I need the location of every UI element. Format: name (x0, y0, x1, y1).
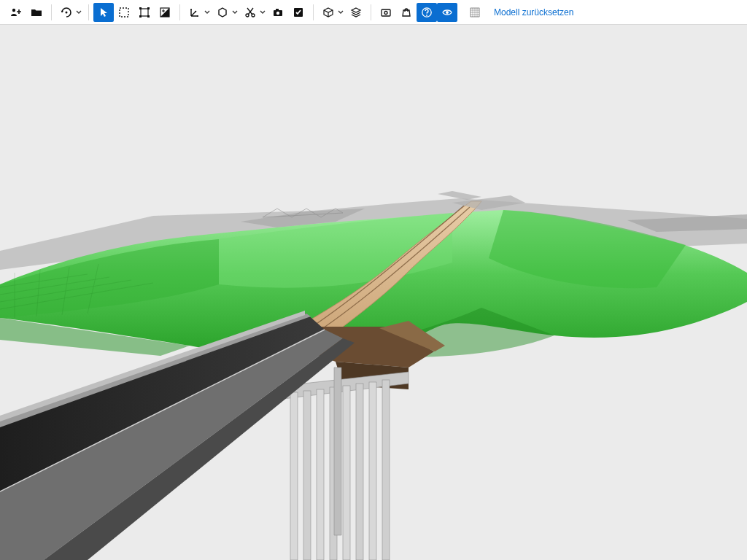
chevron-down-icon (204, 9, 210, 15)
shop-icon (400, 7, 412, 18)
toolbar-divider (371, 4, 371, 20)
svg-rect-27 (369, 382, 376, 560)
cut-button[interactable] (240, 3, 260, 22)
svg-rect-3 (141, 9, 148, 16)
viewport-3d[interactable] (0, 25, 747, 560)
chevron-down-icon (260, 9, 266, 15)
grid-icon (469, 7, 481, 18)
svg-rect-26 (356, 384, 363, 560)
stack-icon (350, 7, 362, 18)
invite-icon (10, 7, 22, 18)
axis-icon (189, 7, 201, 18)
svg-point-9 (246, 14, 249, 17)
exposure-icon (159, 7, 171, 18)
grid-button[interactable] (465, 3, 485, 22)
scene-illustration (0, 25, 747, 560)
svg-rect-4 (139, 7, 142, 9)
chevron-down-icon (232, 9, 238, 15)
svg-point-16 (384, 11, 387, 14)
svg-rect-6 (139, 15, 142, 18)
layers-button[interactable] (376, 3, 396, 22)
cut-icon (244, 7, 256, 18)
rect-select-button[interactable] (114, 3, 134, 22)
reset-model-link[interactable]: Modell zurücksetzen (494, 7, 573, 18)
svg-rect-28 (382, 380, 390, 560)
toolbar-group-navigate (53, 0, 87, 24)
toolbar-group-tools (182, 0, 311, 24)
shop-button[interactable] (396, 3, 417, 22)
svg-point-0 (12, 8, 15, 11)
toolbar-group-project (3, 0, 50, 24)
toolbar-divider (88, 4, 89, 20)
toolbar-group-view (373, 0, 488, 24)
toolbar-group-model (315, 0, 369, 24)
transform-button[interactable] (134, 3, 155, 22)
toolbar-group-select (90, 0, 178, 24)
svg-point-13 (276, 11, 279, 14)
select-box-icon (118, 7, 130, 18)
svg-rect-25 (343, 386, 350, 560)
svg-rect-22 (303, 391, 311, 560)
svg-rect-12 (276, 9, 279, 11)
help-icon (421, 7, 433, 18)
axis-button[interactable] (185, 3, 205, 22)
cursor-button[interactable] (93, 3, 114, 22)
svg-rect-23 (317, 389, 324, 560)
stack-button[interactable] (346, 3, 366, 22)
folder-icon (31, 7, 42, 18)
svg-rect-15 (382, 9, 390, 16)
svg-rect-2 (120, 8, 128, 17)
svg-point-19 (446, 11, 449, 14)
chevron-down-icon (457, 9, 462, 15)
eye-icon (441, 7, 453, 18)
svg-rect-5 (147, 7, 150, 9)
package-icon (322, 7, 334, 18)
visibility-button[interactable] (437, 3, 457, 22)
toolbar-divider (313, 4, 314, 20)
package-button[interactable] (318, 3, 338, 22)
svg-point-18 (426, 15, 427, 16)
toolbar-divider (51, 4, 52, 20)
help-button[interactable] (417, 3, 437, 22)
chevron-down-icon (76, 9, 82, 15)
invite-button[interactable] (6, 3, 26, 22)
camera-button[interactable] (268, 3, 288, 22)
exposure-button[interactable] (155, 3, 175, 22)
chevron-down-icon (338, 9, 344, 15)
svg-point-1 (66, 11, 68, 13)
transform-icon (139, 7, 150, 18)
svg-rect-7 (147, 15, 150, 18)
shape-button[interactable] (212, 3, 233, 22)
toolbar: Modell zurücksetzen (0, 0, 747, 25)
check-icon (293, 7, 304, 18)
layers-icon (380, 7, 392, 18)
shape-icon (217, 7, 228, 18)
orbit-icon (61, 7, 72, 18)
folder-button[interactable] (26, 3, 47, 22)
svg-point-10 (252, 14, 255, 17)
cursor-icon (98, 7, 109, 18)
check-button[interactable] (288, 3, 309, 22)
orbit-button[interactable] (56, 3, 77, 22)
camera-icon (272, 7, 284, 18)
svg-rect-21 (290, 392, 298, 560)
toolbar-divider (179, 4, 180, 20)
